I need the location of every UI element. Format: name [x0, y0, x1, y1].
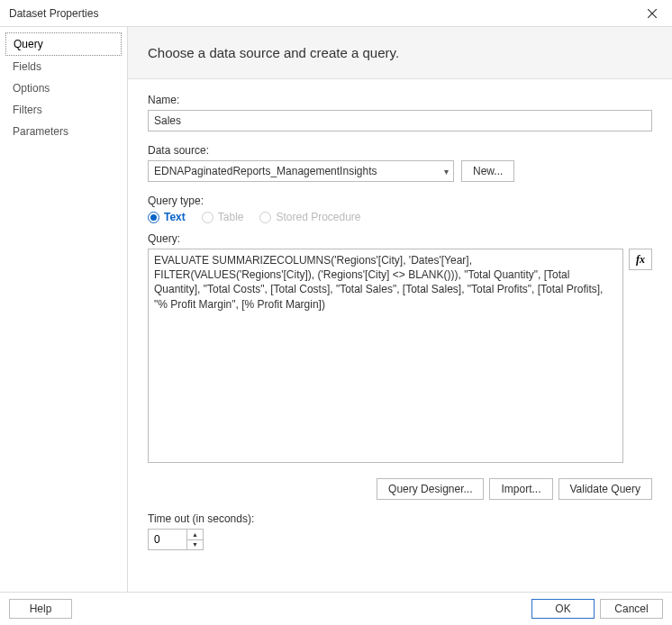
sidebar-item-fields[interactable]: Fields — [5, 56, 122, 77]
radio-text[interactable]: Text — [148, 211, 186, 223]
data-source-label: Data source: — [148, 144, 652, 157]
timeout-input[interactable] — [149, 530, 186, 549]
query-textarea[interactable]: EVALUATE SUMMARIZECOLUMNS('Regions'[City… — [148, 249, 623, 463]
timeout-spinner[interactable]: ▲ ▼ — [148, 529, 204, 550]
timeout-label: Time out (in seconds): — [148, 512, 652, 525]
page-header: Choose a data source and create a query. — [128, 27, 672, 79]
import-button[interactable]: Import... — [489, 478, 552, 500]
new-data-source-button[interactable]: New... — [461, 160, 514, 182]
radio-label: Table — [218, 211, 244, 223]
radio-label: Stored Procedure — [276, 211, 360, 223]
main-panel: Choose a data source and create a query.… — [128, 27, 672, 592]
fx-icon: fx — [636, 253, 645, 267]
chevron-up-icon: ▲ — [192, 531, 198, 538]
radio-icon — [259, 212, 271, 223]
help-button[interactable]: Help — [9, 599, 72, 619]
dialog-body: Query Fields Options Filters Parameters … — [0, 27, 672, 593]
sidebar-item-filters[interactable]: Filters — [5, 99, 122, 121]
sidebar-item-label: Filters — [13, 104, 42, 116]
dialog-footer: Help OK Cancel — [0, 593, 672, 625]
content-area: Name: Data source: EDNAPaginatedReports_… — [128, 79, 672, 592]
sidebar-item-options[interactable]: Options — [5, 77, 122, 99]
window-title: Dataset Properties — [9, 7, 98, 20]
sidebar-item-parameters[interactable]: Parameters — [5, 121, 122, 142]
sidebar-item-label: Fields — [13, 60, 41, 73]
radio-icon — [202, 212, 213, 223]
radio-icon — [148, 212, 159, 223]
chevron-down-icon: ▼ — [192, 541, 198, 548]
sidebar-item-query[interactable]: Query — [5, 32, 122, 56]
query-label: Query: — [148, 232, 652, 245]
close-button[interactable] — [640, 1, 665, 26]
titlebar: Dataset Properties — [0, 0, 672, 27]
data-source-select[interactable]: EDNAPaginatedReports_ManagementInsights … — [148, 160, 454, 182]
page-header-text: Choose a data source and create a query. — [148, 45, 399, 60]
sidebar-item-label: Query — [14, 38, 43, 50]
query-type-label: Query type: — [148, 195, 652, 207]
ok-button[interactable]: OK — [531, 599, 595, 619]
sidebar-item-label: Parameters — [13, 125, 68, 138]
sidebar: Query Fields Options Filters Parameters — [0, 27, 128, 592]
sidebar-item-label: Options — [13, 82, 50, 95]
data-source-value: EDNAPaginatedReports_ManagementInsights — [154, 165, 377, 177]
spinner-up-button[interactable]: ▲ — [187, 530, 203, 540]
validate-query-button[interactable]: Validate Query — [558, 478, 653, 500]
radio-table[interactable]: Table — [202, 211, 244, 223]
name-label: Name: — [148, 94, 652, 106]
cancel-button[interactable]: Cancel — [600, 599, 663, 619]
expression-button[interactable]: fx — [629, 249, 652, 270]
spinner-down-button[interactable]: ▼ — [187, 540, 203, 550]
radio-label: Text — [164, 211, 186, 223]
radio-stored-procedure[interactable]: Stored Procedure — [259, 211, 360, 223]
query-designer-button[interactable]: Query Designer... — [377, 478, 484, 500]
close-icon — [648, 9, 657, 18]
name-input[interactable] — [148, 110, 652, 131]
